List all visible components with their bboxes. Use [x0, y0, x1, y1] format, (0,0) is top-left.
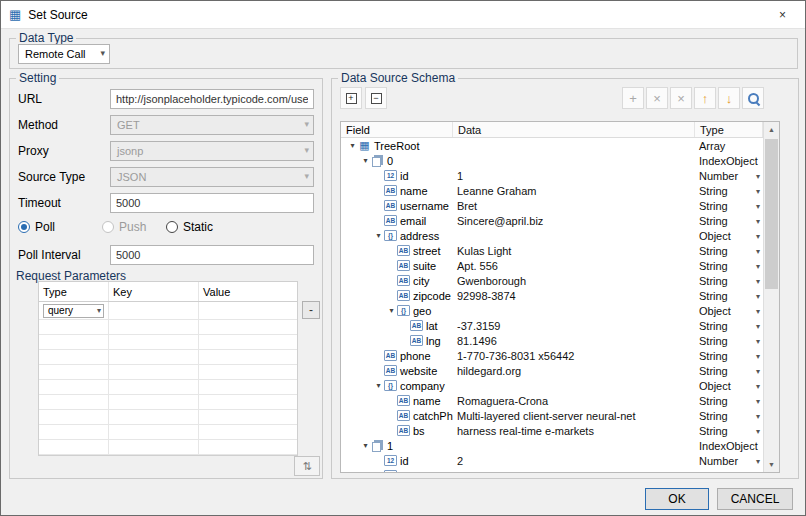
type-dropdown-icon[interactable]: ▾ — [756, 428, 760, 436]
field-data: Romaguera-Crona — [453, 395, 695, 407]
tree-row[interactable]: ABwebsitehildegard.orgString▾ — [341, 363, 763, 378]
string-type-icon: AB — [397, 275, 410, 286]
delete-node-button[interactable]: × — [646, 87, 668, 109]
type-dropdown-icon[interactable]: ▾ — [756, 398, 760, 406]
data-type-select[interactable]: Remote Call ▾ — [18, 44, 110, 64]
string-type-icon: AB — [384, 215, 397, 226]
field-name: 0 — [387, 155, 393, 167]
preview-button[interactable] — [742, 87, 764, 109]
tree-row[interactable]: ABusernameBretString▾ — [341, 198, 763, 213]
type-dropdown-icon[interactable]: ▾ — [756, 383, 760, 391]
collapse-chevron-icon[interactable]: ▾ — [386, 303, 397, 318]
radio-push: Push — [102, 220, 146, 234]
tree-row[interactable]: ▾0IndexObject — [341, 153, 763, 168]
radio-selected-icon — [18, 221, 30, 233]
tree-row[interactable]: ABsuiteApt. 556String▾ — [341, 258, 763, 273]
column-header-value: Value — [199, 282, 297, 301]
type-dropdown-icon[interactable]: ▾ — [756, 188, 760, 196]
param-type-select[interactable]: query ▾ — [43, 304, 104, 318]
radio-static[interactable]: Static — [166, 220, 213, 234]
tree-row[interactable]: ABstreetKulas LightString▾ — [341, 243, 763, 258]
field-name: website — [400, 365, 437, 377]
tree-row[interactable]: ABlng81.1496String▾ — [341, 333, 763, 348]
plus-icon: + — [629, 92, 637, 105]
tree-row[interactable]: 12id2Number▾ — [341, 453, 763, 468]
type-dropdown-icon[interactable]: ▾ — [756, 173, 760, 181]
tree-row[interactable]: ABcatchPhraseMulti-layered client-server… — [341, 408, 763, 423]
tree-row[interactable]: ABcityGwenboroughString▾ — [341, 273, 763, 288]
tree-row[interactable]: 12id1Number▾ — [341, 168, 763, 183]
move-up-button[interactable]: ↑ — [694, 87, 716, 109]
close-button[interactable]: × — [760, 1, 805, 28]
type-dropdown-icon[interactable]: ▾ — [756, 263, 760, 271]
tree-row[interactable]: ABnameRomaguera-CronaString▾ — [341, 393, 763, 408]
collapse-chevron-icon[interactable]: ▾ — [373, 378, 384, 393]
set-source-dialog: ▦ Set Source × Data Type Remote Call ▾ S… — [0, 0, 806, 516]
radio-poll[interactable]: Poll — [18, 220, 55, 234]
tree-row[interactable]: ABnameErvin HowellString▾ — [341, 468, 763, 472]
request-params-header: Type Key Value — [39, 282, 297, 302]
tree-row[interactable]: ABbsharness real-time e-marketsString▾ — [341, 423, 763, 438]
field-type: Number — [699, 170, 738, 182]
type-dropdown-icon[interactable]: ▾ — [756, 368, 760, 376]
type-dropdown-icon[interactable]: ▾ — [756, 413, 760, 421]
field-name: email — [400, 215, 426, 227]
type-dropdown-icon[interactable]: ▾ — [756, 293, 760, 301]
collapse-chevron-icon[interactable]: ▾ — [373, 228, 384, 243]
tree-row[interactable]: ▾▦TreeRootArray — [341, 138, 763, 153]
field-type: String — [699, 395, 728, 407]
tree-row[interactable]: ▾{}companyObject▾ — [341, 378, 763, 393]
field-name: catchPhrase — [413, 410, 453, 422]
expand-all-button[interactable]: + — [340, 87, 362, 109]
tree-row[interactable]: ABemailSincere@april.bizString▾ — [341, 213, 763, 228]
vertical-scrollbar[interactable]: ▲ ▼ — [763, 122, 779, 472]
string-type-icon: AB — [410, 320, 423, 331]
tree-row[interactable]: ABphone1-770-736-8031 x56442String▾ — [341, 348, 763, 363]
url-input[interactable] — [110, 89, 314, 109]
tree-row[interactable]: ▾1IndexObject — [341, 438, 763, 453]
collapse-chevron-icon[interactable]: ▾ — [360, 153, 371, 168]
x-icon: × — [677, 92, 685, 105]
field-data: Kulas Light — [453, 245, 695, 257]
add-node-button[interactable]: + — [622, 87, 644, 109]
collapse-all-button[interactable]: − — [365, 87, 387, 109]
type-dropdown-icon[interactable]: ▾ — [756, 323, 760, 331]
collapse-chevron-icon[interactable]: ▾ — [360, 438, 371, 453]
move-down-button[interactable]: ↓ — [718, 87, 740, 109]
sort-params-button[interactable]: ⇅ — [294, 456, 320, 476]
data-type-value: Remote Call — [25, 48, 86, 60]
scrollbar-thumb[interactable] — [765, 139, 778, 289]
tree-row[interactable]: ▾{}geoObject▾ — [341, 303, 763, 318]
field-type: String — [699, 335, 728, 347]
tree-row[interactable]: ABnameLeanne GrahamString▾ — [341, 183, 763, 198]
tree-row[interactable]: ABlat-37.3159String▾ — [341, 318, 763, 333]
field-name: city — [413, 275, 430, 287]
field-data: hildegard.org — [453, 365, 695, 377]
object-type-icon: {} — [397, 305, 410, 316]
ok-button[interactable]: OK — [645, 488, 709, 510]
scroll-up-icon[interactable]: ▲ — [764, 122, 779, 137]
tree-row[interactable]: ▾{}addressObject▾ — [341, 228, 763, 243]
field-data: 92998-3874 — [453, 290, 695, 302]
scroll-down-icon[interactable]: ▼ — [764, 457, 779, 472]
type-dropdown-icon[interactable]: ▾ — [756, 248, 760, 256]
type-dropdown-icon[interactable]: ▾ — [756, 353, 760, 361]
type-dropdown-icon[interactable]: ▾ — [756, 308, 760, 316]
type-dropdown-icon[interactable]: ▾ — [756, 233, 760, 241]
collapse-chevron-icon[interactable]: ▾ — [347, 138, 358, 153]
tree-row[interactable]: ABzipcode92998-3874String▾ — [341, 288, 763, 303]
field-name: id — [400, 455, 409, 467]
poll-interval-input[interactable] — [110, 245, 314, 265]
remove-param-button[interactable]: - — [302, 301, 320, 319]
type-dropdown-icon[interactable]: ▾ — [756, 458, 760, 466]
timeout-input[interactable] — [110, 193, 314, 213]
cancel-button[interactable]: CANCEL — [717, 488, 793, 510]
type-dropdown-icon[interactable]: ▾ — [756, 338, 760, 346]
request-param-empty-row — [39, 320, 297, 335]
type-dropdown-icon[interactable]: ▾ — [756, 203, 760, 211]
type-dropdown-icon[interactable]: ▾ — [756, 218, 760, 226]
type-dropdown-icon[interactable]: ▾ — [756, 278, 760, 286]
clear-nodes-button[interactable]: × — [670, 87, 692, 109]
param-value-cell[interactable] — [199, 302, 297, 319]
param-key-cell[interactable] — [109, 302, 199, 319]
